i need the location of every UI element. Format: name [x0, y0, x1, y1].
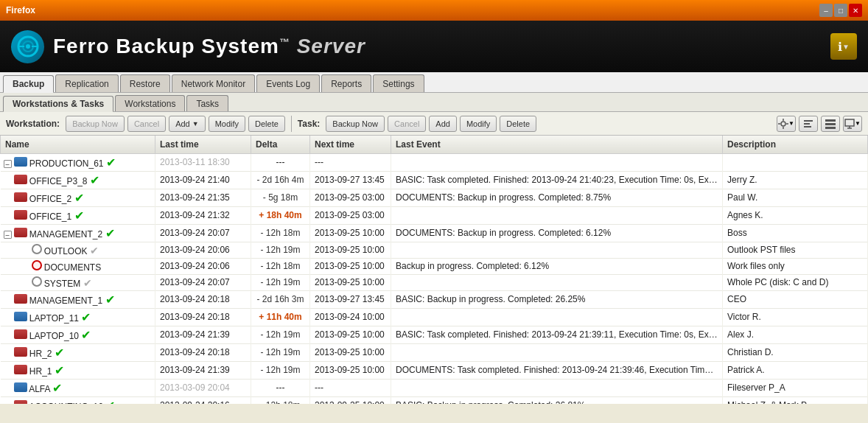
row-name: ACCOUNTING_16 ✔	[1, 396, 155, 404]
settings-dropdown-icon: ▼	[788, 120, 794, 127]
workstation-name: OFFICE_1	[29, 212, 71, 222]
table-row[interactable]: OFFICE_2 ✔ 2013-09-24 21:35 - 5g 18m 201…	[1, 189, 868, 206]
delete-button[interactable]: Delete	[248, 116, 285, 132]
table-row[interactable]: OFFICE_P3_8 ✔ 2013-09-24 21:40 - 2d 16h …	[1, 171, 868, 189]
pc-red-icon	[14, 210, 27, 220]
row-lastevent	[391, 379, 723, 396]
workstation-name: OUTLOOK	[44, 246, 88, 256]
info-button[interactable]: ℹ ▼	[830, 33, 857, 60]
delta-negative: - 12h 19m	[260, 277, 300, 287]
svg-point-5	[781, 122, 785, 126]
tab-backup[interactable]: Backup	[3, 75, 54, 93]
tab-restore[interactable]: Restore	[120, 74, 170, 92]
task-delete-button[interactable]: Delete	[500, 116, 536, 132]
settings-icon-button[interactable]: ▼	[777, 116, 796, 132]
col-header-lastevent: Last Event	[391, 136, 723, 153]
status-ok-icon: ✔	[105, 293, 115, 306]
add-button[interactable]: Add ▼	[169, 116, 206, 132]
table-row[interactable]: MANAGEMENT_1 ✔ 2013-09-24 20:18 - 2d 16h…	[1, 290, 868, 308]
task-cancel-button[interactable]: Cancel	[388, 116, 426, 132]
table-row[interactable]: OFFICE_1 ✔ 2013-09-24 21:32 + 18h 40m 20…	[1, 206, 868, 224]
backup-now-button[interactable]: Backup Now	[66, 116, 125, 132]
task-backup-now-button[interactable]: Backup Now	[326, 116, 385, 132]
expand-button[interactable]: –	[4, 231, 12, 239]
tab-settings[interactable]: Settings	[373, 74, 424, 92]
tab-workstations-tasks[interactable]: Workstations & Tasks	[3, 96, 113, 112]
row-description	[723, 153, 868, 171]
task-modify-button[interactable]: Modify	[460, 116, 497, 132]
status-ok-icon: ✔	[105, 399, 115, 405]
row-lasttime: 2013-09-24 20:18	[155, 290, 251, 308]
table-row[interactable]: HR_2 ✔ 2013-09-24 20:18 - 12h 19m 2013-0…	[1, 343, 868, 361]
pc-blue-icon	[14, 382, 27, 392]
col-header-delta: Delta	[251, 136, 310, 153]
export-icon-button[interactable]: ▼	[843, 116, 862, 132]
tab-workstations[interactable]: Workstations	[115, 95, 185, 111]
workstation-name: MANAGEMENT_1	[29, 296, 102, 306]
row-name: OFFICE_P3_8 ✔	[1, 171, 155, 189]
table-row[interactable]: ALFA ✔ 2013-03-09 20:04 --- --- Fileserv…	[1, 379, 868, 396]
row-name: LAPTOP_10 ✔	[1, 326, 155, 343]
table-row[interactable]: SYSTEM ✔ 2013-09-24 20:07 - 12h 19m 2013…	[1, 274, 868, 290]
table-row[interactable]: LAPTOP_11 ✔ 2013-09-24 20:18 + 11h 40m 2…	[1, 308, 868, 326]
expand-placeholder	[4, 331, 12, 339]
modify-button[interactable]: Modify	[209, 116, 245, 132]
row-nexttime: 2013-09-25 10:00	[310, 396, 391, 404]
close-button[interactable]: ✕	[849, 4, 862, 17]
row-lastevent: DOCUMENTS: Task completed. Finished: 201…	[391, 361, 723, 379]
table-row[interactable]: OUTLOOK ✔ 2013-09-24 20:06 - 12h 19m 201…	[1, 242, 868, 258]
columns-icon-button[interactable]	[799, 116, 818, 132]
expand-placeholder	[4, 313, 12, 321]
col-header-name: Name	[1, 136, 155, 153]
row-delta: - 2d 16h 4m	[251, 171, 310, 189]
row-name: OUTLOOK ✔	[1, 242, 155, 258]
toolbar-right: ▼ ▼	[777, 116, 862, 132]
cancel-button[interactable]: Cancel	[127, 116, 166, 132]
row-lastevent: BASIC: Backup in progress. Completed: 26…	[391, 290, 723, 308]
svg-rect-11	[804, 123, 810, 125]
row-delta: + 18h 40m	[251, 206, 310, 224]
tab-network-monitor[interactable]: Network Monitor	[172, 74, 255, 92]
row-nexttime: 2013-09-25 10:00	[310, 224, 391, 242]
workstation-name: LAPTOP_10	[29, 331, 79, 341]
workstation-name: ACCOUNTING_16	[29, 402, 103, 405]
tab-reports[interactable]: Reports	[321, 74, 371, 92]
workstation-name: SYSTEM	[44, 279, 80, 289]
row-description: Whole PC (disk: C and D)	[723, 274, 868, 290]
tab-replication[interactable]: Replication	[55, 74, 118, 92]
table-body: – PRODUCTION_61 ✔ 2013-03-11 18:30 --- -…	[1, 153, 868, 404]
tab-tasks[interactable]: Tasks	[186, 95, 228, 111]
col-header-nexttime: Next time	[310, 136, 391, 153]
workstation-name: HR_2	[29, 349, 52, 359]
list-icon-button[interactable]	[821, 116, 840, 132]
table-row[interactable]: ACCOUNTING_16 ✔ 2013-09-24 20:16 - 12h 1…	[1, 396, 868, 404]
pc-blue-icon	[14, 312, 27, 321]
delta-negative: - 12h 18m	[260, 400, 300, 404]
circle-red-icon	[32, 260, 42, 270]
table-row[interactable]: HR_1 ✔ 2013-09-24 21:39 - 12h 19m 2013-0…	[1, 361, 868, 379]
row-nexttime: ---	[310, 379, 391, 396]
expand-placeholder	[4, 212, 12, 220]
row-lastevent	[391, 343, 723, 361]
row-lasttime: 2013-09-24 20:06	[155, 242, 251, 258]
row-name: – PRODUCTION_61 ✔	[1, 153, 155, 171]
row-description: Boss	[723, 224, 868, 242]
minimize-button[interactable]: –	[819, 4, 833, 17]
task-add-button[interactable]: Add	[429, 116, 457, 132]
row-nexttime: 2013-09-25 10:00	[310, 258, 391, 274]
pc-red-icon	[14, 365, 27, 374]
expand-placeholder	[4, 176, 12, 184]
pc-red-icon	[14, 192, 27, 202]
table-row[interactable]: – MANAGEMENT_2 ✔ 2013-09-24 20:07 - 12h …	[1, 224, 868, 242]
table-row[interactable]: LAPTOP_10 ✔ 2013-09-24 21:39 - 12h 19m 2…	[1, 326, 868, 343]
maximize-button[interactable]: □	[834, 4, 847, 17]
add-dropdown-icon[interactable]: ▼	[192, 120, 199, 127]
tab-events-log[interactable]: Events Log	[256, 74, 320, 92]
row-description: CEO	[723, 290, 868, 308]
table-row[interactable]: – PRODUCTION_61 ✔ 2013-03-11 18:30 --- -…	[1, 153, 868, 171]
workstation-table[interactable]: Name Last time Delta Next time Last Even…	[0, 136, 868, 404]
table-row[interactable]: DOCUMENTS 2013-09-24 20:06 - 12h 18m 201…	[1, 258, 868, 274]
svg-point-2	[26, 44, 30, 49]
row-lastevent	[391, 308, 723, 326]
expand-button[interactable]: –	[4, 160, 12, 168]
